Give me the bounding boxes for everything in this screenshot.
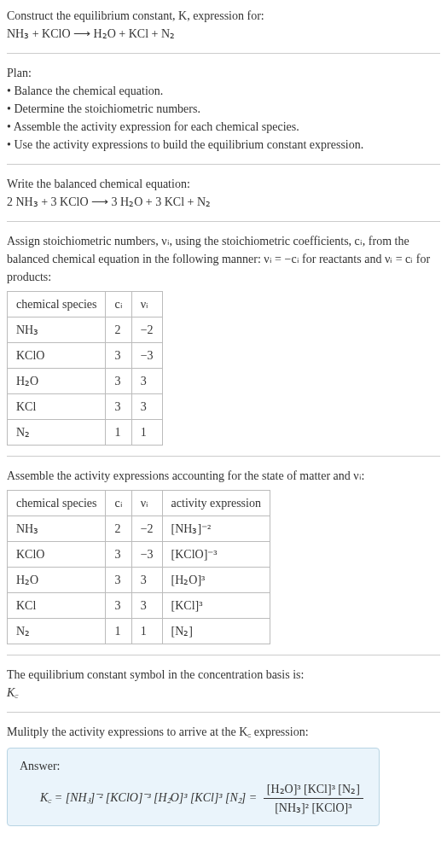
table-row: NH₃ 2 −2: [8, 317, 163, 343]
cell-vi: −3: [131, 542, 162, 568]
symbol-text: The equilibrium constant symbol in the c…: [7, 666, 440, 684]
cell-ci: 3: [106, 593, 131, 619]
balanced-section: Write the balanced chemical equation: 2 …: [7, 175, 440, 222]
cell-vi: 3: [131, 568, 162, 593]
table-row: NH₃ 2 −2 [NH₃]⁻²: [8, 516, 270, 542]
answer-box: Answer: K꜀ = [NH₃]⁻² [KClO]⁻³ [H₂O]³ [KC…: [7, 748, 380, 826]
header-line1: Construct the equilibrium constant, K, e…: [7, 7, 440, 25]
stoich-section: Assign stoichiometric numbers, νᵢ, using…: [7, 232, 440, 457]
table-row: KClO 3 −3: [8, 343, 163, 369]
cell-species: KClO: [8, 542, 106, 568]
answer-fraction: [H₂O]³ [KCl]³ [N₂] [NH₃]² [KClO]³: [264, 780, 363, 817]
answer-denominator: [NH₃]² [KClO]³: [264, 799, 363, 817]
cell-ci: 2: [106, 516, 131, 542]
balanced-title: Write the balanced chemical equation:: [7, 175, 440, 193]
cell-species: KCl: [8, 394, 106, 420]
balanced-equation: 2 NH₃ + 3 KClO ⟶ 3 H₂O + 3 KCl + N₂: [7, 193, 440, 211]
cell-ci: 3: [106, 369, 131, 394]
cell-species: NH₃: [8, 317, 106, 343]
plan-bullet: • Assemble the activity expression for e…: [7, 118, 440, 136]
plan-bullet: • Determine the stoichiometric numbers.: [7, 100, 440, 118]
col-vi: νᵢ: [131, 292, 162, 317]
answer-expression: K꜀ = [NH₃]⁻² [KClO]⁻³ [H₂O]³ [KCl]³ [N₂]…: [20, 780, 367, 817]
cell-activity: [H₂O]³: [162, 568, 270, 593]
answer-numerator: [H₂O]³ [KCl]³ [N₂]: [264, 780, 363, 799]
cell-vi: −2: [131, 516, 162, 542]
table-row: KCl 3 3: [8, 394, 163, 420]
cell-species: H₂O: [8, 568, 106, 593]
table-row: N₂ 1 1: [8, 420, 163, 446]
col-vi: νᵢ: [131, 491, 162, 516]
answer-lhs: K꜀ = [NH₃]⁻² [KClO]⁻³ [H₂O]³ [KCl]³ [N₂]…: [40, 791, 257, 804]
cell-species: KCl: [8, 593, 106, 619]
multiply-intro: Mulitply the activity expressions to arr…: [7, 723, 440, 741]
cell-vi: −2: [131, 317, 162, 343]
header-equation: NH₃ + KClO ⟶ H₂O + KCl + N₂: [7, 25, 440, 43]
cell-activity: [KClO]⁻³: [162, 542, 270, 568]
cell-vi: 3: [131, 593, 162, 619]
symbol-kc: K꜀: [7, 684, 440, 702]
cell-ci: 3: [106, 542, 131, 568]
cell-vi: 1: [131, 420, 162, 446]
stoich-intro: Assign stoichiometric numbers, νᵢ, using…: [7, 232, 440, 286]
col-ci: cᵢ: [106, 491, 131, 516]
symbol-section: The equilibrium constant symbol in the c…: [7, 666, 440, 713]
table-row: H₂O 3 3: [8, 369, 163, 394]
col-species: chemical species: [8, 292, 106, 317]
cell-ci: 1: [106, 420, 131, 446]
cell-vi: 3: [131, 369, 162, 394]
table-row: N₂ 1 1 [N₂]: [8, 619, 270, 644]
cell-species: H₂O: [8, 369, 106, 394]
activity-section: Assemble the activity expressions accoun…: [7, 467, 440, 655]
cell-ci: 2: [106, 317, 131, 343]
cell-activity: [N₂]: [162, 619, 270, 644]
table-row: KClO 3 −3 [KClO]⁻³: [8, 542, 270, 568]
col-ci: cᵢ: [106, 292, 131, 317]
col-activity: activity expression: [162, 491, 270, 516]
activity-intro: Assemble the activity expressions accoun…: [7, 467, 440, 485]
cell-activity: [KCl]³: [162, 593, 270, 619]
cell-ci: 1: [106, 619, 131, 644]
cell-vi: 1: [131, 619, 162, 644]
cell-vi: −3: [131, 343, 162, 369]
cell-ci: 3: [106, 343, 131, 369]
answer-label: Answer:: [20, 757, 367, 775]
cell-species: N₂: [8, 619, 106, 644]
stoich-table: chemical species cᵢ νᵢ NH₃ 2 −2 KClO 3 −…: [7, 291, 163, 446]
table-row: KCl 3 3 [KCl]³: [8, 593, 270, 619]
col-species: chemical species: [8, 491, 106, 516]
plan-bullet: • Use the activity expressions to build …: [7, 136, 440, 154]
table-row: H₂O 3 3 [H₂O]³: [8, 568, 270, 593]
cell-ci: 3: [106, 394, 131, 420]
table-header-row: chemical species cᵢ νᵢ: [8, 292, 163, 317]
plan-title: Plan:: [7, 64, 440, 82]
answer-section: Mulitply the activity expressions to arr…: [7, 723, 440, 836]
cell-species: KClO: [8, 343, 106, 369]
plan-section: Plan: • Balance the chemical equation. •…: [7, 64, 440, 165]
cell-species: N₂: [8, 420, 106, 446]
cell-species: NH₃: [8, 516, 106, 542]
table-header-row: chemical species cᵢ νᵢ activity expressi…: [8, 491, 270, 516]
cell-vi: 3: [131, 394, 162, 420]
activity-table: chemical species cᵢ νᵢ activity expressi…: [7, 490, 270, 644]
cell-ci: 3: [106, 568, 131, 593]
header-section: Construct the equilibrium constant, K, e…: [7, 7, 440, 54]
cell-activity: [NH₃]⁻²: [162, 516, 270, 542]
plan-bullet: • Balance the chemical equation.: [7, 82, 440, 100]
